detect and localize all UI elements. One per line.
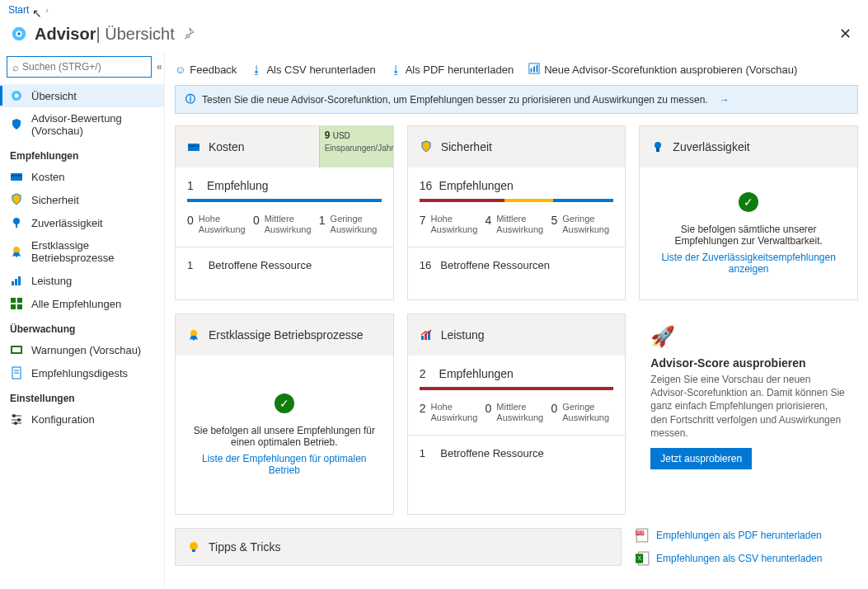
- reliability-icon: [651, 140, 664, 153]
- download-icon: ⭳: [251, 64, 262, 76]
- security-icon: [10, 193, 23, 206]
- security-icon: [420, 140, 433, 153]
- check-icon: ✓: [739, 192, 758, 212]
- sidebar-item-all[interactable]: Alle Empfehlungen: [0, 292, 164, 315]
- reliability-link[interactable]: Liste der Zuverlässigkeitsempfehlungen a…: [656, 252, 841, 275]
- svg-rect-30: [533, 66, 535, 72]
- svg-rect-8: [16, 224, 17, 228]
- svg-point-4: [15, 94, 19, 98]
- svg-rect-29: [531, 68, 533, 72]
- performance-icon: [420, 328, 433, 342]
- card-operational[interactable]: Erstklassige Betriebsprozesse ✓ Sie befo…: [175, 313, 394, 515]
- card-reliability[interactable]: Zuverlässigkeit ✓ Sie befolgen sämtliche…: [639, 125, 858, 300]
- shield-icon: [10, 118, 23, 131]
- download-icon: ⭳: [391, 64, 401, 76]
- performance-icon: [10, 274, 23, 287]
- search-icon: ⌕: [12, 61, 19, 73]
- sidebar-section-monitoring: Überwachung: [0, 315, 164, 338]
- alerts-icon: [10, 343, 23, 356]
- svg-rect-41: [192, 549, 195, 552]
- reliability-icon: [10, 216, 23, 229]
- try-now-button[interactable]: Jetzt ausprobieren: [650, 448, 752, 469]
- cost-icon: [10, 170, 23, 183]
- svg-rect-14: [17, 298, 22, 303]
- svg-rect-15: [11, 304, 16, 309]
- svg-point-36: [190, 330, 197, 337]
- svg-rect-12: [18, 276, 21, 285]
- svg-rect-6: [11, 175, 22, 177]
- excel-icon: X: [635, 551, 650, 566]
- svg-rect-31: [537, 65, 538, 73]
- card-performance[interactable]: Leistung 2 Empfehlungen 2Hohe Auswirkung…: [407, 313, 626, 515]
- card-tips[interactable]: Tipps & Tricks: [175, 528, 622, 566]
- collapse-sidebar-icon[interactable]: «: [157, 61, 162, 73]
- main-content: ☺ Feedback ⭳ Als CSV herunterladen ⭳ Als…: [165, 53, 868, 589]
- sidebar-item-reliability[interactable]: Zuverlässigkeit: [0, 211, 164, 234]
- svg-point-7: [13, 218, 20, 224]
- download-pdf-button[interactable]: ⭳ Als PDF herunterladen: [391, 64, 514, 76]
- svg-rect-33: [188, 145, 199, 147]
- svg-text:PDF: PDF: [636, 531, 644, 535]
- advisor-icon: [10, 25, 28, 43]
- info-banner[interactable]: ⓘ Testen Sie die neue Advisor-Scorefunkt…: [175, 85, 858, 114]
- download-links: PDF Empfehlungen als PDF herunterladen X…: [635, 528, 858, 574]
- sidebar-item-security[interactable]: Sicherheit: [0, 188, 164, 211]
- pdf-icon: PDF: [635, 528, 650, 543]
- download-csv-button[interactable]: ⭳ Als CSV herunterladen: [251, 64, 375, 76]
- pin-icon[interactable]: [183, 27, 195, 41]
- svg-point-40: [190, 542, 198, 550]
- svg-rect-16: [17, 304, 22, 309]
- svg-rect-32: [188, 144, 199, 151]
- sliders-icon: [10, 412, 23, 426]
- sidebar-item-config[interactable]: Konfiguration: [0, 408, 164, 431]
- svg-point-25: [17, 418, 21, 422]
- svg-rect-5: [11, 173, 22, 181]
- medal-icon: [10, 245, 23, 258]
- sidebar-item-operational[interactable]: Erstklassige Betriebsprozesse: [0, 234, 164, 269]
- page-title: Advisor: [35, 25, 96, 44]
- download-csv-link[interactable]: X Empfehlungen als CSV herunterladen: [635, 551, 858, 566]
- lightbulb-icon: [187, 540, 200, 554]
- sidebar-item-digests[interactable]: Empfehlungsdigests: [0, 361, 164, 384]
- svg-point-27: [14, 422, 17, 425]
- sidebar-item-performance[interactable]: Leistung: [0, 269, 164, 292]
- breadcrumb-start[interactable]: Start: [8, 4, 29, 16]
- feedback-button[interactable]: ☺ Feedback: [175, 64, 237, 76]
- savings-badge: 9 USD Einsparungen/Jahr: [319, 126, 393, 167]
- operational-link[interactable]: Liste der Empfehlungen für optimalen Bet…: [192, 453, 377, 476]
- score-icon: [528, 63, 540, 77]
- page-subtitle: | Übersicht: [96, 25, 174, 44]
- sidebar: ⌕ « Übersicht Advisor-Bewertung (Vorscha…: [0, 53, 165, 589]
- card-security[interactable]: Sicherheit 16 Empfehlungen 7Hohe Auswirk…: [407, 125, 626, 300]
- smiley-icon: ☺: [175, 64, 185, 76]
- svg-point-23: [12, 414, 16, 417]
- grid-icon: [10, 297, 23, 310]
- svg-point-34: [655, 142, 661, 148]
- cost-icon: [187, 140, 200, 153]
- svg-rect-10: [12, 281, 14, 285]
- search-input[interactable]: ⌕: [7, 56, 152, 78]
- sidebar-item-scoring[interactable]: Advisor-Bewertung (Vorschau): [0, 107, 164, 142]
- svg-text:X: X: [637, 555, 641, 561]
- card-cost[interactable]: Kosten 9 USD Einsparungen/Jahr 1 Empfehl…: [175, 125, 394, 300]
- svg-rect-18: [12, 347, 21, 352]
- close-icon[interactable]: ✕: [833, 21, 858, 46]
- svg-rect-35: [656, 148, 659, 152]
- chevron-right-icon: ›: [45, 6, 48, 15]
- rocket-icon: 🚀: [650, 325, 847, 348]
- sidebar-section-settings: Einstellungen: [0, 384, 164, 408]
- svg-rect-11: [15, 279, 17, 285]
- sidebar-item-alerts[interactable]: Warnungen (Vorschau): [0, 338, 164, 361]
- svg-rect-13: [11, 298, 16, 303]
- sidebar-item-cost[interactable]: Kosten: [0, 165, 164, 188]
- breadcrumb: Start ↖ ›: [0, 0, 868, 20]
- info-icon: ⓘ: [185, 92, 195, 106]
- try-score-button[interactable]: Neue Advisor-Scorefunktion ausprobieren …: [528, 63, 797, 77]
- check-icon: ✓: [274, 393, 294, 413]
- svg-point-9: [13, 247, 20, 253]
- sidebar-section-recommendations: Empfehlungen: [0, 142, 164, 165]
- card-promo: 🚀 Advisor-Score ausprobieren Zeigen Sie …: [639, 313, 858, 515]
- arrow-right-icon: →: [720, 94, 730, 106]
- download-pdf-link[interactable]: PDF Empfehlungen als PDF herunterladen: [635, 528, 858, 543]
- sidebar-item-overview[interactable]: Übersicht: [0, 84, 164, 107]
